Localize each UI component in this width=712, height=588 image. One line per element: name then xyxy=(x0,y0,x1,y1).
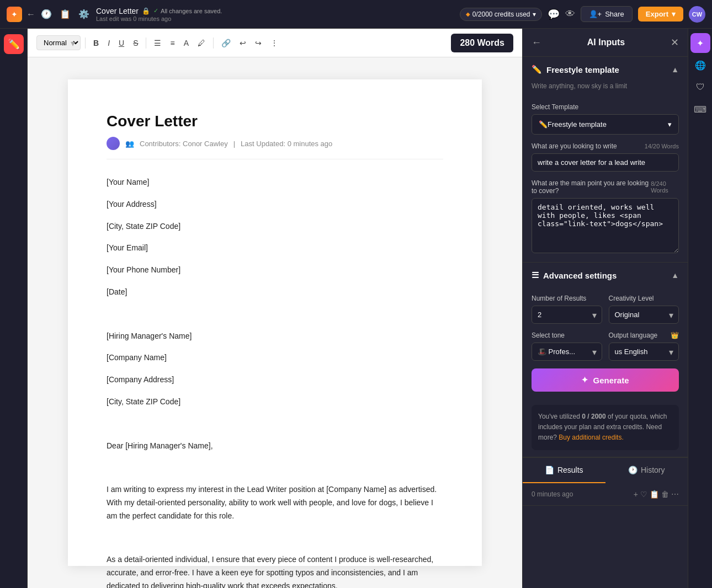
history-nav-icon[interactable]: 🕐 xyxy=(39,7,54,22)
underline-button[interactable]: U xyxy=(115,36,127,50)
ai-panel: ← AI Inputs ✕ ✏️ Freestyle template ▲ Wr… xyxy=(522,29,688,588)
document-title[interactable]: Cover Letter xyxy=(107,113,443,130)
advanced-content: Number of Results 2 Creativity Level xyxy=(523,288,688,398)
history-more-btn[interactable]: ⋯ xyxy=(671,490,679,499)
quota-info: You've utilized 0 / 2000 of your quota, … xyxy=(532,405,679,450)
generate-button[interactable]: ✦ Generate xyxy=(532,368,679,392)
main-points-count: 8/240 Words xyxy=(651,180,679,194)
editor-scroll[interactable]: Cover Letter 👥 Contributors: Conor Cawle… xyxy=(28,57,522,588)
history-actions: + ♡ 📋 🗑 ⋯ xyxy=(634,490,679,499)
share-button[interactable]: 👤+ Share xyxy=(581,6,633,22)
tone-select[interactable]: 🎩 Profes... xyxy=(532,343,602,361)
advanced-title: ☰ Advanced settings xyxy=(532,270,617,280)
results-col: Number of Results 2 xyxy=(532,295,602,324)
preview-icon[interactable]: 👁 xyxy=(565,8,575,20)
doc-spacer-4 xyxy=(107,532,443,545)
doc-line-2: [Your Address] xyxy=(107,198,443,211)
more-button[interactable]: ⋮ xyxy=(267,36,281,50)
diamond-icon: ◆ xyxy=(466,11,470,17)
share-icon: 👤+ xyxy=(589,10,602,18)
tone-col: Select tone 🎩 Profes... xyxy=(532,332,602,361)
right-shield-btn[interactable]: 🛡 xyxy=(690,77,710,97)
toolbar-divider-2 xyxy=(146,38,146,49)
save-status: ✓ All changes are saved. xyxy=(153,7,222,14)
app-logo: ✦ xyxy=(7,7,22,22)
right-ai-btn[interactable]: ✦ xyxy=(690,33,710,53)
bold-button[interactable]: B xyxy=(90,36,102,50)
contributors-text: Contributors: Conor Cawley xyxy=(140,140,228,148)
doc-line-1: [Your Name] xyxy=(107,176,443,189)
link-button[interactable]: 🔗 xyxy=(218,36,234,50)
highlight-button[interactable]: 🖊 xyxy=(194,36,209,50)
template-select[interactable]: ✏️ Freestyle template ▾ xyxy=(532,114,679,135)
what-write-input[interactable] xyxy=(532,153,679,172)
crown-icon: 👑 xyxy=(671,332,679,339)
sidebar-edit-btn[interactable]: ✏️ xyxy=(4,34,24,54)
panel-header: ← AI Inputs ✕ xyxy=(523,29,688,57)
buy-credits-link[interactable]: Buy additional credits. xyxy=(559,434,623,441)
right-globe-btn[interactable]: 🌐 xyxy=(690,55,710,75)
language-col: Output language 👑 us English xyxy=(609,332,679,361)
align-button[interactable]: ≡ xyxy=(167,36,178,50)
credits-badge[interactable]: ◆ 0/2000 credits used ▾ xyxy=(460,8,542,21)
settings-icon[interactable]: ⚙️ xyxy=(76,7,92,22)
export-button[interactable]: Export ▾ xyxy=(638,7,683,22)
advanced-section: ☰ Advanced settings ▲ Number of Results … xyxy=(523,263,688,457)
history-icon: 🕐 xyxy=(628,466,637,474)
history-item: 0 minutes ago + ♡ 📋 🗑 ⋯ xyxy=(523,483,688,506)
history-copy-btn[interactable]: 📋 xyxy=(650,490,659,499)
template-chevron: ▾ xyxy=(668,120,672,129)
doc-spacer-2 xyxy=(107,418,443,431)
doc-line-9: [Company Address] xyxy=(107,373,443,387)
freestyle-section-header[interactable]: ✏️ Freestyle template ▲ xyxy=(523,57,688,82)
history-add-btn[interactable]: + xyxy=(634,490,638,499)
panel-tabs: 📄 Results 🕐 History xyxy=(523,457,688,483)
doc-line-8: [Company Name] xyxy=(107,351,443,365)
nav-title: Cover Letter 🔒 ✓ All changes are saved. xyxy=(96,7,460,15)
freestyle-section: ✏️ Freestyle template ▲ Write anything, … xyxy=(523,57,688,263)
main-points-label: What are the main point you are looking … xyxy=(532,179,679,195)
document-body[interactable]: [Your Name] [Your Address] [City, State … xyxy=(107,176,443,588)
editor-document[interactable]: Cover Letter 👥 Contributors: Conor Cawle… xyxy=(68,79,482,566)
doc-line-5: [Your Phone Number] xyxy=(107,264,443,277)
results-select[interactable]: 2 xyxy=(532,306,602,324)
chat-icon[interactable]: 💬 xyxy=(548,8,560,20)
word-count: 280 Words xyxy=(451,34,513,52)
language-select[interactable]: us English xyxy=(609,343,679,361)
creativity-select[interactable]: Original xyxy=(609,306,679,324)
strikethrough-button[interactable]: S xyxy=(130,36,141,50)
advanced-section-header[interactable]: ☰ Advanced settings ▲ xyxy=(523,263,688,288)
history-tab[interactable]: 🕐 History xyxy=(605,458,688,483)
doc-line-10: [City, State ZIP Code] xyxy=(107,395,443,409)
panel-title: AI Inputs xyxy=(587,38,625,47)
creativity-col: Creativity Level Original xyxy=(609,295,679,324)
right-keyboard-btn[interactable]: ⌨ xyxy=(690,99,710,119)
italic-button[interactable]: I xyxy=(104,36,113,50)
undo-button[interactable]: ↩ xyxy=(236,36,249,50)
text-color-button[interactable]: A xyxy=(180,36,192,50)
results-label: Number of Results xyxy=(532,295,602,302)
history-delete-btn[interactable]: 🗑 xyxy=(661,490,669,499)
text-style-select[interactable]: Normal xyxy=(36,35,81,50)
doc-line-3: [City, State ZIP Code] xyxy=(107,220,443,233)
doc-salutation: Dear [Hiring Manager's Name], xyxy=(107,440,443,453)
results-tab[interactable]: 📄 Results xyxy=(523,458,605,483)
left-sidebar: ✏️ xyxy=(0,29,28,588)
avatar: CW xyxy=(689,6,705,23)
back-button[interactable]: ← xyxy=(26,9,35,19)
doc-para-1: I am writing to express my interest in t… xyxy=(107,483,443,522)
panel-close-button[interactable]: ✕ xyxy=(671,36,679,49)
last-updated: Last Updated: 0 minutes ago xyxy=(241,140,332,148)
bullet-list-button[interactable]: ☰ xyxy=(151,36,164,50)
copy-icon[interactable]: 📋 xyxy=(57,7,73,22)
doc-line-6: [Date] xyxy=(107,286,443,299)
main-points-textarea[interactable]: detail oriented, works well with people,… xyxy=(532,198,679,253)
panel-back-button[interactable]: ← xyxy=(532,37,541,49)
template-emoji: ✏️ xyxy=(539,120,548,129)
language-label: Output language 👑 xyxy=(609,332,679,339)
creativity-label: Creativity Level xyxy=(609,295,679,302)
results-creativity-row: Number of Results 2 Creativity Level xyxy=(532,295,679,324)
redo-button[interactable]: ↪ xyxy=(252,36,265,50)
history-heart-btn[interactable]: ♡ xyxy=(640,490,647,499)
right-icon-bar: ✦ 🌐 🛡 ⌨ xyxy=(688,29,712,588)
